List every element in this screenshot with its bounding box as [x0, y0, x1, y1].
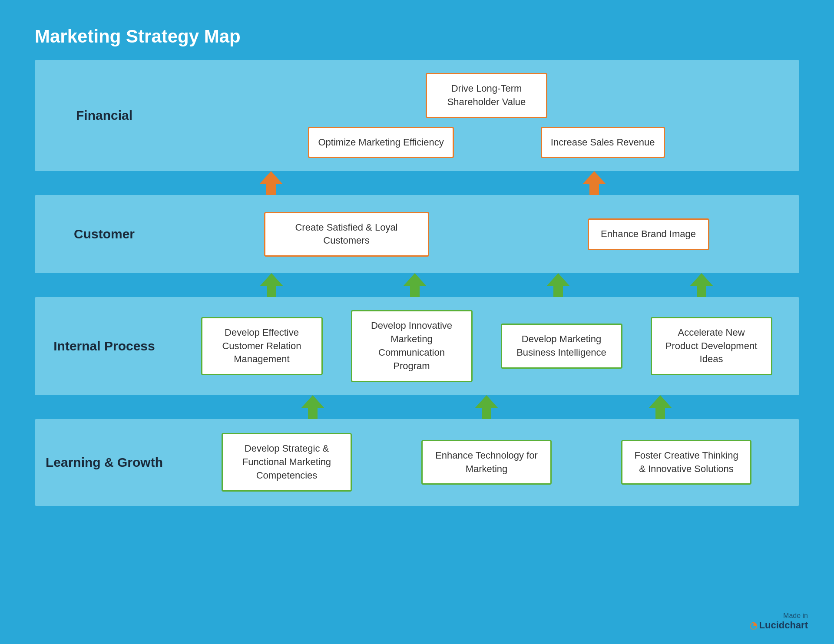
svg-marker-5: [690, 273, 713, 297]
customer-label: Customer: [35, 195, 174, 273]
watermark: Made in ◔ Lucidchart: [749, 612, 808, 631]
financial-row: Financial Drive Long-TermShareholder Val…: [35, 60, 799, 171]
orange-arrow-2: [582, 171, 606, 195]
svg-marker-7: [475, 395, 498, 419]
box-enhance-brand: Enhance Brand Image: [588, 218, 709, 250]
lucidchart-logo: ◔ Lucidchart: [749, 620, 808, 631]
financial-label: Financial: [35, 60, 174, 171]
internal-row: Internal Process Develop Effective Custo…: [35, 297, 799, 395]
learning-row: Learning & Growth Develop Strategic & Fu…: [35, 419, 799, 506]
green-arrow-3: [546, 273, 570, 297]
box-dev-comm: Develop Innovative Marketing Communicati…: [351, 310, 473, 382]
svg-marker-3: [403, 273, 427, 297]
svg-marker-1: [582, 171, 606, 195]
box-drive-value: Drive Long-TermShareholder Value: [426, 73, 547, 118]
box-enhance-tech: Enhance Technology for Marketing: [421, 440, 552, 485]
box-accelerate-npd: Accelerate New Product Development Ideas: [651, 317, 772, 375]
lucidchart-brand: Lucidchart: [759, 620, 808, 631]
learning-label: Learning & Growth: [35, 419, 174, 506]
green-arrow-4: [690, 273, 713, 297]
arrows-fin-cust: [35, 171, 799, 195]
svg-marker-2: [260, 273, 283, 297]
orange-arrow-1: [259, 171, 283, 195]
arrows-cust-int: [35, 273, 799, 297]
customer-row: Customer Create Satisfied & Loyal Custom…: [35, 195, 799, 273]
green-arrow-il-3: [649, 395, 672, 419]
green-arrow-1: [260, 273, 283, 297]
internal-label: Internal Process: [35, 297, 174, 395]
made-in-text: Made in: [749, 612, 808, 620]
green-arrow-il-1: [301, 395, 324, 419]
svg-marker-4: [546, 273, 570, 297]
svg-marker-6: [301, 395, 324, 419]
diagram-wrapper: Financial Drive Long-TermShareholder Val…: [35, 60, 799, 506]
arrows-int-learn: [35, 395, 799, 419]
box-create-loyal: Create Satisfied & Loyal Customers: [264, 212, 429, 257]
page-title: Marketing Strategy Map: [0, 0, 834, 60]
box-optimize-efficiency: Optimize Marketing Efficiency: [308, 127, 453, 159]
box-dev-crm: Develop Effective Customer Relation Mana…: [201, 317, 323, 375]
svg-marker-0: [259, 171, 283, 195]
svg-marker-8: [649, 395, 672, 419]
green-arrow-il-2: [475, 395, 498, 419]
box-increase-sales: Increase Sales Revenue: [541, 127, 665, 159]
box-foster-creative: Foster Creative Thinking & Innovative So…: [621, 440, 751, 485]
green-arrow-2: [403, 273, 427, 297]
box-dev-strategic: Develop Strategic & Functional Marketing…: [222, 433, 352, 491]
box-dev-bi: Develop Marketing Business Intelligence: [501, 324, 622, 369]
